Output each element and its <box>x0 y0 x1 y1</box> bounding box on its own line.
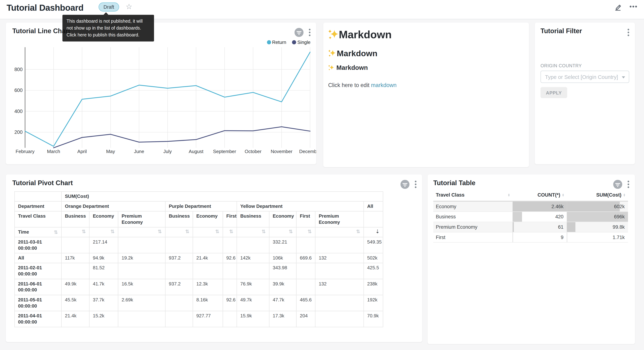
sort-toggle-icon[interactable]: ⇅ <box>262 229 266 234</box>
apply-button[interactable]: APPLY <box>540 87 567 98</box>
filter-panel: Tutorial Filter ORIGIN COUNTRY Type or S… <box>535 23 635 164</box>
sort-toggle-icon[interactable]: ⇅ <box>356 229 360 234</box>
legend-item-single[interactable]: Single <box>292 40 310 45</box>
markdown-h3-text: Markdown <box>336 64 368 72</box>
pivot-class-header: Business <box>237 211 269 227</box>
sort-toggle-icon[interactable]: ⇅ <box>215 229 219 234</box>
sort-toggle-icon[interactable]: ⇅ <box>82 229 86 234</box>
sparkles-icon <box>328 65 334 71</box>
pivot-class-header <box>364 211 383 227</box>
metric-cell: 696k <box>567 212 628 222</box>
sort-toggle-icon[interactable]: ⇅ <box>288 229 293 234</box>
markdown-panel: Markdown Markdown Markdown <box>323 23 529 167</box>
dashboard-canvas: Tutorial Line Chart Return Single <box>0 19 644 350</box>
cell-bar <box>513 222 514 232</box>
sort-desc-active-icon[interactable]: ⇣ <box>376 229 380 234</box>
pivot-value-cell: 47.7k <box>269 295 296 311</box>
svg-text:200: 200 <box>14 129 22 135</box>
sort-toggle-icon[interactable]: ⇅ <box>308 229 312 234</box>
table-row: Premium Economy6199.8k <box>434 222 628 232</box>
pivot-value-cell: 16.5k <box>118 279 165 295</box>
travel-class-cell: Business <box>434 212 513 222</box>
pivot-value-cell: 8.16k <box>193 295 223 311</box>
pivot-sort-cell: ⇅ <box>315 227 364 237</box>
pivot-class-label: Travel Class <box>14 211 61 227</box>
favorite-star-icon[interactable]: ☆ <box>126 2 132 11</box>
metric-cell: 99.8k <box>567 222 628 232</box>
pivot-row-header: 2011-03-01 00:00:00 <box>14 237 61 253</box>
table-kebab-icon[interactable] <box>627 180 630 189</box>
svg-text:800: 800 <box>14 66 22 72</box>
tooltip-text: This dashboard is not published, it will… <box>66 18 142 37</box>
pivot-sort-cell: ⇅ <box>89 227 118 237</box>
markdown-link[interactable]: markdown <box>371 82 396 88</box>
metric-cell: 420 <box>513 212 567 222</box>
table-row: Business420696k <box>434 212 628 222</box>
pivot-title: Tutorial Pivot Chart <box>12 179 73 187</box>
markdown-paragraph: Click here to edit markdown <box>328 82 524 88</box>
pivot-value-cell: 12.3k <box>193 279 223 295</box>
draft-tooltip: This dashboard is not published, it will… <box>62 15 154 42</box>
sparkles-icon <box>328 30 339 40</box>
pivot-value-cell <box>193 263 223 279</box>
table-column-header-count-[interactable]: COUNT(*)▲▼ <box>513 190 567 201</box>
pivot-group-header: Purple Department <box>165 202 237 211</box>
origin-country-select[interactable]: Type or Select [Origin Country] <box>540 70 629 83</box>
pivot-value-cell: 2.69k <box>118 295 165 311</box>
return-legend-dot <box>267 40 271 44</box>
cell-value: 420 <box>555 212 564 222</box>
pivot-value-cell: 21.4k <box>61 311 89 327</box>
pivot-class-header: First <box>296 211 315 227</box>
pivot-chart-panel: Tutorial Pivot Chart SUM(Cost)Department… <box>6 174 422 342</box>
table-column-header-travel-class[interactable]: Travel Class▲▼ <box>434 190 513 201</box>
travel-class-cell: Economy <box>434 201 513 212</box>
pivot-value-cell: 92.6 <box>223 295 237 311</box>
pivot-metric-header: SUM(Cost) <box>61 192 383 201</box>
cross-filter-icon[interactable] <box>400 180 410 189</box>
sort-toggle-icon[interactable]: ⇅ <box>158 229 162 234</box>
cross-filter-icon[interactable] <box>613 180 622 189</box>
sort-toggle-icon[interactable]: ⇅ <box>185 229 190 234</box>
edit-dashboard-icon[interactable] <box>613 2 622 12</box>
svg-text:600: 600 <box>14 88 22 93</box>
svg-text:November: November <box>271 149 292 154</box>
pivot-value-cell: 49.9k <box>61 279 89 295</box>
markdown-h2-text: Markdown <box>337 49 378 58</box>
pivot-value-cell: 204 <box>296 311 315 327</box>
pivot-dept-label: Department <box>14 202 61 211</box>
pivot-sort-cell: ⇅ <box>61 227 89 237</box>
sort-toggle-icon[interactable]: ⇅ <box>229 229 233 234</box>
filter-kebab-icon[interactable] <box>627 28 630 37</box>
pivot-row-header: All <box>14 253 61 263</box>
pivot-all-header: All <box>364 202 383 211</box>
pivot-kebab-icon[interactable] <box>414 180 417 189</box>
cell-value: 602k <box>614 202 625 212</box>
table-column-header-sum-cost-[interactable]: SUM(Cost)▲▼ <box>567 190 628 201</box>
pivot-class-header: Economy <box>269 211 296 227</box>
pivot-sort-cell: ⇣ <box>364 227 383 237</box>
cell-value: 9 <box>561 232 564 242</box>
pivot-value-cell <box>165 311 193 327</box>
sort-carets-icon: ▲▼ <box>562 193 564 197</box>
pivot-value-cell: 39.9k <box>269 279 296 295</box>
more-actions-icon[interactable] <box>628 2 638 12</box>
sort-carets-icon: ▲▼ <box>508 193 510 197</box>
markdown-paragraph-text: Click here to edit <box>328 82 371 88</box>
pivot-value-cell: 669.6 <box>296 253 315 263</box>
sort-carets-icon: ▲▼ <box>623 193 626 197</box>
pivot-value-cell <box>165 263 193 279</box>
pivot-value-cell: 41.7k <box>89 279 118 295</box>
pivot-row-header: 2011-02-01 00:00:00 <box>14 263 61 279</box>
pivot-group-header: Yellow Department <box>237 202 364 211</box>
sort-toggle-icon[interactable]: ⇅ <box>110 229 115 234</box>
select-placeholder: Type or Select [Origin Country] <box>545 74 618 80</box>
table-row: First91.71k <box>434 232 628 242</box>
sort-toggle-icon[interactable]: ⇅ <box>54 230 58 235</box>
tooltip-arrow <box>104 12 108 15</box>
page-title: Tutorial Dashboard <box>6 3 84 13</box>
pivot-value-cell <box>296 237 315 253</box>
pivot-value-cell <box>296 263 315 279</box>
draft-badge[interactable]: Draft <box>98 2 119 12</box>
line-chart-panel: Tutorial Line Chart Return Single <box>6 23 316 164</box>
legend-item-return[interactable]: Return <box>267 40 286 45</box>
